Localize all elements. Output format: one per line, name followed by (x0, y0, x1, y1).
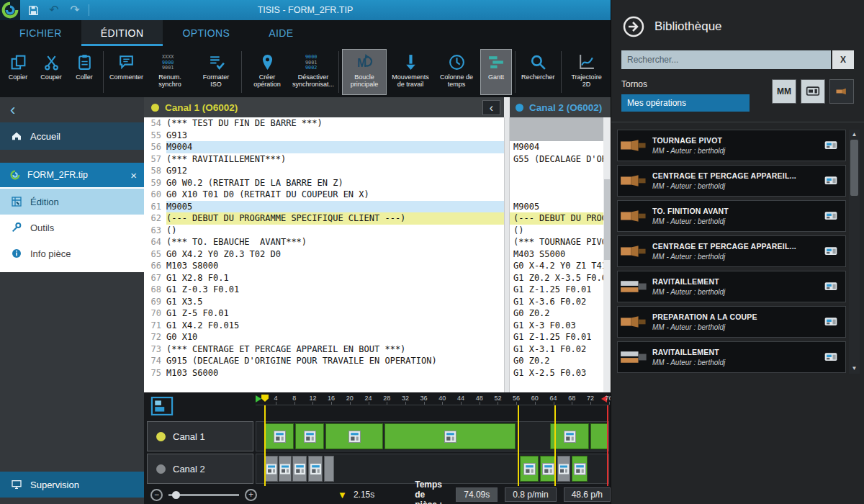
scroll-down-icon[interactable]: ▼ (852, 364, 858, 374)
channel1-line-66[interactable]: 66M103 S8000 (144, 260, 504, 272)
toolbar-button-creer-operation[interactable]: Créer opération (245, 49, 289, 95)
library-item-centrage-et-percage-appareil[interactable]: CENTRAGE ET PERCAGE APPAREIL...MM - Aute… (617, 165, 846, 197)
toolbar-button-gantt[interactable]: Gantt (480, 49, 512, 95)
save-button[interactable] (25, 2, 41, 18)
sidebar-item-accueil[interactable]: Accueil (0, 122, 144, 150)
sidebar-collapse-button[interactable]: ‹ (0, 97, 144, 122)
canal1-operation-block[interactable] (265, 423, 294, 449)
zoom-out-button[interactable]: − (150, 489, 163, 501)
file-tab-form-2fr[interactable]: FORM_2FR.tip × (0, 163, 144, 187)
toolbar-button-formater-iso[interactable]: Formater ISO (194, 49, 238, 95)
library-search-close-button[interactable]: X (832, 50, 854, 69)
channel2-line-19[interactable]: G1 X-3.1 F0.02 (510, 343, 603, 356)
channel1-line-70[interactable]: 70G1 Z-5 F0.01 (144, 307, 504, 320)
channel2-header[interactable]: Canal 2 (O6002) (510, 97, 611, 117)
gantt-row-canal2[interactable]: Canal 2 (147, 454, 253, 484)
channel1-line-65[interactable]: 65G0 X4.2 Y0 Z0.3 T02 D0 (144, 248, 504, 261)
toolbar-button-rechercher[interactable]: Rechercher (518, 49, 558, 95)
channel2-line-3[interactable]: G55 (DECALAGE D'OR (510, 153, 603, 166)
scroll-up-icon[interactable]: ▲ (852, 130, 858, 140)
canal2-operation-block[interactable] (265, 456, 278, 482)
gantt-settings-button[interactable] (150, 397, 174, 415)
channel2-line-18[interactable]: G1 Z-1.25 F0.01 (510, 331, 603, 343)
canal1-operation-block[interactable] (325, 423, 383, 449)
channel1-line-62[interactable]: 62(--- DEBUT DU PROGRAMME SPECIFIQUE CLI… (144, 212, 504, 225)
channel2-line-11[interactable]: M403 S5000 (510, 248, 603, 261)
sidebar-item-outils[interactable]: Outils (0, 215, 144, 240)
canal1-operation-block[interactable] (384, 423, 516, 449)
gantt-track-canal1[interactable] (256, 421, 609, 451)
channel2-line-6[interactable] (510, 189, 603, 201)
timeline-cursor-marker[interactable] (261, 395, 269, 402)
canal2-operation-block[interactable] (279, 456, 292, 482)
machine-filter-button[interactable] (801, 79, 825, 104)
channel1-line-60[interactable]: 60G0 X10 T01 D0 (RETRAIT DU COUPEUR EN X… (144, 189, 504, 201)
channel1-line-57[interactable]: 57(*** RAVITAILLEMENT***) (144, 153, 504, 166)
channel2-line-7[interactable]: M9005 (510, 201, 603, 213)
toolbar-button-boucle-principale[interactable]: MBoucle principale (342, 49, 387, 95)
library-item-ravitaillement[interactable]: RAVITAILLEMENTMM - Auteur : bertholdj (617, 271, 846, 302)
library-collapse-icon[interactable] (623, 16, 644, 37)
library-item-tournage-pivot[interactable]: TOURNAGE PIVOTMM - Auteur : bertholdj (617, 130, 846, 161)
tool-filter-button[interactable] (829, 79, 854, 104)
channel2-line-0[interactable] (510, 117, 603, 130)
sidebar-item-info-piece[interactable]: Info pièce (0, 240, 144, 266)
toolbar-button-trajectoire-2d[interactable]: Trajectoire 2D (564, 49, 609, 95)
collapse-channel1-icon[interactable]: ‹ (482, 100, 500, 115)
channel1-line-56[interactable]: 56M9004 (144, 141, 504, 153)
channel2-line-2[interactable]: M9004 (510, 141, 603, 153)
zoom-slider[interactable] (168, 494, 239, 496)
tab-mes-operations[interactable]: Mes opérations (621, 94, 750, 112)
close-file-icon[interactable]: × (130, 170, 137, 181)
channel2-line-17[interactable]: G1 X-3 F0.03 (510, 320, 603, 332)
timeline-start-marker[interactable] (256, 395, 261, 402)
sidebar-item-supervision[interactable]: Supervision (0, 472, 144, 498)
toolbar-button-desactiver-synchronisat[interactable]: 900090019002Désactiver synchronisat... (291, 49, 336, 95)
toolbar-button-copier[interactable]: Copier (2, 49, 34, 95)
sidebar-item-edition[interactable]: Édition (0, 189, 144, 215)
scroll-thumb[interactable] (604, 179, 610, 260)
canal2-operation-block[interactable] (308, 456, 323, 482)
menu-fichier[interactable]: FICHIER (0, 20, 81, 46)
channel1-line-69[interactable]: 69G1 X3.5 (144, 296, 504, 308)
channel2-line-10[interactable]: (*** TOURNAGE PIVO (510, 236, 603, 248)
channel2-line-5[interactable] (510, 177, 603, 189)
channel2-line-21[interactable]: G1 X-2.5 F0.03 (510, 367, 603, 379)
channel1-line-55[interactable]: 55G913 (144, 130, 504, 142)
channel1-line-58[interactable]: 58G912 (144, 165, 504, 177)
channel2-line-9[interactable]: () (510, 225, 603, 237)
pane-divider[interactable] (504, 117, 510, 392)
undo-button[interactable]: ↶ (46, 2, 62, 18)
channel1-line-64[interactable]: 64(*** TO. EBAUCHE AVANT***) (144, 236, 504, 248)
channel2-line-12[interactable]: G0 X-4.2 Y0 Z1 T41 (510, 260, 603, 272)
channel1-line-59[interactable]: 59G0 W0.2 (RETRAIT DE LA BARRE EN Z) (144, 177, 504, 189)
library-search-input[interactable] (621, 50, 831, 69)
canal1-operation-block[interactable] (550, 423, 589, 449)
channel2-code[interactable]: M9004G55 (DECALAGE D'ORM9005(--- DEBUT D… (510, 117, 603, 392)
channel1-line-61[interactable]: 61M9005 (144, 201, 504, 213)
canal2-operation-block[interactable] (324, 456, 334, 482)
redo-button[interactable]: ↷ (67, 2, 83, 18)
channel1-header[interactable]: Canal 1 (O6002) ‹ (144, 97, 504, 117)
canal1-operation-block[interactable] (295, 423, 324, 449)
channel1-line-68[interactable]: 68G1 Z-0.3 F0.01 (144, 284, 504, 296)
toolbar-button-renum-synchro[interactable]: XXXX90009001Renum. synchro (148, 49, 192, 95)
app-logo-icon[interactable] (0, 0, 20, 20)
gantt-timeline-ruler[interactable]: 481216202428323640444852566064687276 (256, 392, 609, 405)
channel1-line-54[interactable]: 54(*** TEST DU FIN DE BARRE ***) (144, 117, 504, 130)
canal1-operation-block[interactable] (590, 423, 608, 449)
channel2-line-15[interactable]: G1 X-3.6 F0.02 (510, 296, 603, 308)
toolbar-button-coller[interactable]: Coller (68, 49, 100, 95)
library-item-ravitaillement[interactable]: RAVITAILLEMENTMM - Auteur : bertholdj (617, 341, 846, 373)
channel1-line-73[interactable]: 73(*** CENTRAGE ET PERCAGE APPAREIL EN B… (144, 343, 504, 356)
channel2-line-4[interactable] (510, 165, 603, 177)
channel1-line-72[interactable]: 72G0 X10 (144, 331, 504, 343)
library-item-to-finition-avant[interactable]: TO. FINITION AVANTMM - Auteur : berthold… (617, 200, 846, 232)
menu-edition[interactable]: ÉDITION (81, 20, 163, 46)
canal2-operation-block[interactable] (520, 456, 539, 482)
library-scrollbar[interactable]: ▲ ▼ (849, 130, 860, 374)
channel1-code[interactable]: 54(*** TEST DU FIN DE BARRE ***)55G91356… (144, 117, 504, 392)
zoom-slider-thumb[interactable] (172, 491, 180, 499)
gantt-row-canal1[interactable]: Canal 1 (147, 421, 253, 451)
toolbar-button-colonne-de-temps[interactable]: Colonne de temps (434, 49, 479, 95)
